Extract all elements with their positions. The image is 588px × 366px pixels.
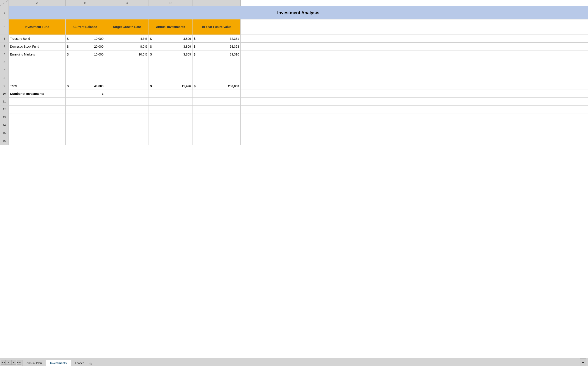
total-balance[interactable]: $ 40,000: [66, 82, 105, 90]
cell-15c[interactable]: [105, 129, 149, 137]
cell-16c[interactable]: [105, 137, 149, 145]
growth-4[interactable]: 8.0%: [105, 43, 149, 50]
fund-name-3[interactable]: Treasury Bond: [9, 35, 66, 42]
count-value[interactable]: 3: [66, 90, 105, 98]
cell-15d[interactable]: [149, 129, 193, 137]
cell-14b[interactable]: [66, 121, 105, 129]
cell-6a[interactable]: [9, 58, 66, 66]
cell-15b[interactable]: [66, 129, 105, 137]
cell-13d[interactable]: [149, 113, 193, 121]
count-label[interactable]: Number of Investments: [9, 90, 66, 98]
count-c[interactable]: [105, 90, 149, 98]
col-header-c[interactable]: C: [105, 0, 149, 6]
cell-7e[interactable]: [193, 66, 241, 74]
tab-investments[interactable]: Investments: [46, 360, 71, 366]
fund-name-4[interactable]: Domestic Stock Fund: [9, 43, 66, 50]
future-5[interactable]: $ 89,316: [193, 51, 241, 58]
row-num-1: 1: [0, 6, 9, 19]
header-future[interactable]: 10 Year Future Value: [193, 19, 241, 35]
cell-13a[interactable]: [9, 113, 66, 121]
cell-7a[interactable]: [9, 66, 66, 74]
cell-16a[interactable]: [9, 137, 66, 145]
cell-8a[interactable]: [9, 74, 66, 82]
cell-7d[interactable]: [149, 66, 193, 74]
total-growth[interactable]: [105, 82, 149, 90]
growth-5[interactable]: 10.5%: [105, 51, 149, 58]
row-13: 13: [0, 113, 588, 121]
fund-name-5[interactable]: Emerging Markets: [9, 51, 66, 58]
cell-8e[interactable]: [193, 74, 241, 82]
row-num-13: 13: [0, 113, 9, 121]
nav-last-button[interactable]: ►►: [17, 360, 21, 365]
cell-6e[interactable]: [193, 58, 241, 66]
total-annual-val: 11,426: [154, 84, 191, 88]
cell-13e[interactable]: [193, 113, 241, 121]
cell-8b[interactable]: [66, 74, 105, 82]
row-2: 2 Investment Fund Current Balance Target…: [0, 19, 588, 35]
header-growth[interactable]: Target Growth Rate: [105, 19, 149, 35]
cell-7c[interactable]: [105, 66, 149, 74]
cell-6d[interactable]: [149, 58, 193, 66]
cell-11b[interactable]: [66, 98, 105, 105]
cell-11a[interactable]: [9, 98, 66, 105]
growth-3[interactable]: 4.5%: [105, 35, 149, 42]
cell-14c[interactable]: [105, 121, 149, 129]
total-annual[interactable]: $ 11,426: [149, 82, 193, 90]
cell-14d[interactable]: [149, 121, 193, 129]
cell-12c[interactable]: [105, 106, 149, 113]
total-label[interactable]: Total: [9, 82, 66, 90]
balance-3[interactable]: $ 10,000: [66, 35, 105, 42]
future-3[interactable]: $ 62,331: [193, 35, 241, 42]
cell-15a[interactable]: [9, 129, 66, 137]
tab-annual-plan[interactable]: Annual Plan: [22, 360, 46, 366]
col-header-b[interactable]: B: [66, 0, 105, 6]
header-annual[interactable]: Annual Investments: [149, 19, 193, 35]
rows-container: 1 Investment Analysis 2 Investment Fund …: [0, 6, 588, 358]
nav-next-button[interactable]: ►: [11, 360, 16, 365]
balance-5[interactable]: $ 10,000: [66, 51, 105, 58]
cell-6b[interactable]: [66, 58, 105, 66]
header-fund[interactable]: Investment Fund: [9, 19, 66, 35]
cell-12d[interactable]: [149, 106, 193, 113]
cell-7b[interactable]: [66, 66, 105, 74]
cell-15e[interactable]: [193, 129, 241, 137]
tab-leases[interactable]: Leases: [71, 360, 88, 366]
cell-8d[interactable]: [149, 74, 193, 82]
cell-16e[interactable]: [193, 137, 241, 145]
nav-prev-button[interactable]: ◄: [6, 360, 11, 365]
cell-14e[interactable]: [193, 121, 241, 129]
col-header-e[interactable]: E: [193, 0, 241, 6]
row-num-10: 10: [0, 90, 9, 98]
cell-8c[interactable]: [105, 74, 149, 82]
total-balance-sym: $: [67, 84, 71, 88]
balance-4[interactable]: $ 20,000: [66, 43, 105, 50]
cell-13b[interactable]: [66, 113, 105, 121]
cell-11c[interactable]: [105, 98, 149, 105]
cell-14a[interactable]: [9, 121, 66, 129]
count-e[interactable]: [193, 90, 241, 98]
count-d[interactable]: [149, 90, 193, 98]
annual-3[interactable]: $ 3,809: [149, 35, 193, 42]
cell-12b[interactable]: [66, 106, 105, 113]
future-4[interactable]: $ 98,353: [193, 43, 241, 50]
col-header-a[interactable]: A: [9, 0, 66, 6]
nav-first-button[interactable]: ◄◄: [1, 360, 6, 365]
row-7: 7: [0, 66, 588, 74]
cell-16d[interactable]: [149, 137, 193, 145]
cell-12e[interactable]: [193, 106, 241, 113]
cell-11d[interactable]: [149, 98, 193, 105]
cell-12a[interactable]: [9, 106, 66, 113]
horizontal-scroll-right-button[interactable]: ►: [580, 358, 586, 366]
col-header-d[interactable]: D: [149, 0, 193, 6]
row-12: 12: [0, 106, 588, 113]
header-balance[interactable]: Current Balance: [66, 19, 105, 35]
total-future[interactable]: $ 250,000: [193, 82, 241, 90]
annual-5[interactable]: $ 3,809: [149, 51, 193, 58]
cell-13c[interactable]: [105, 113, 149, 121]
cell-6c[interactable]: [105, 58, 149, 66]
annual-4[interactable]: $ 3,809: [149, 43, 193, 50]
title-cell[interactable]: Investment Analysis: [9, 6, 588, 19]
add-sheet-icon[interactable]: ⊕: [88, 361, 93, 366]
cell-11e[interactable]: [193, 98, 241, 105]
cell-16b[interactable]: [66, 137, 105, 145]
